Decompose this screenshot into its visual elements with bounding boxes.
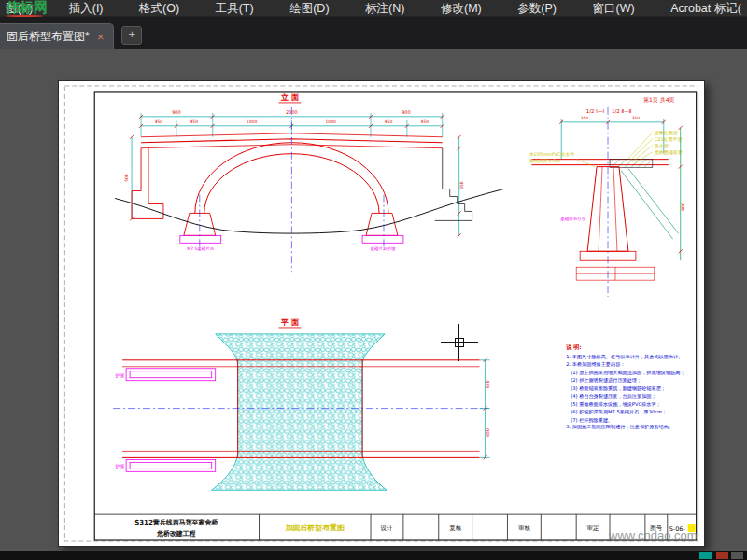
layer-label: 防水层 (655, 143, 669, 149)
pipe-leader (576, 160, 595, 167)
dim-text: 900 (402, 109, 410, 115)
notes-title: 说 明: (565, 343, 581, 351)
note-line: 2. 本桥加固维修主要内容： (566, 361, 625, 368)
dim-text: 450 (155, 119, 163, 124)
watermark-logo: 伟标网 (6, 1, 48, 17)
note-line: (5) 重做桥面排水设施，增设PVC排水管； (571, 401, 661, 408)
drain-pipe-spacing: 纵向间距4.0m (529, 158, 560, 164)
field-approve: 审定 (587, 525, 599, 532)
slope-label-top: 护坡 (115, 372, 124, 378)
tab-bridge-layout[interactable]: 固后桥型布置图* × (0, 23, 114, 49)
dim-text: 350 (581, 116, 589, 120)
slope-material-label: 浆砌片石护坡 (371, 246, 396, 252)
note-line: 1. 本图尺寸除标高、桩号以米计外，其余均以厘米计。 (566, 354, 683, 360)
dim-text: 900 (681, 203, 685, 211)
ground-line (115, 189, 503, 234)
tab-title: 固后桥型布置图* (7, 29, 90, 45)
menu-draw[interactable]: 绘图(D) (288, 0, 331, 17)
project-name-line2: 危桥改建工程 (156, 530, 196, 538)
title-block: S312营兵线西马莲至家舍桥 危桥改建工程 加固后桥型布置图 设计 复核 审核 … (94, 514, 696, 540)
section-dim-top (561, 119, 664, 160)
dim-text: 350 (632, 116, 641, 120)
dim-text: 650 (486, 428, 490, 437)
menu-acrobat[interactable]: Acrobat 标记( (669, 0, 743, 17)
menu-insert[interactable]: 插入(I) (67, 0, 106, 17)
slope-label-bottom: 护坡 (115, 463, 124, 469)
status-indicator-teal[interactable] (699, 552, 712, 559)
abutment-right-steps (435, 148, 472, 221)
bridge-piers (184, 213, 398, 235)
field-design: 设计 (381, 525, 393, 532)
note-line: 3. 加固施工期间应限制通行，注意保护原有结构。 (566, 425, 673, 431)
menu-parametric[interactable]: 参数(P) (515, 0, 558, 17)
dim-text: 450 (190, 119, 199, 124)
note-line: (1) 原主拱圈采用增大截面法加固，拱底增设钢筋网； (571, 370, 684, 376)
half-section-label-right: 1/2 Ⅱ—Ⅱ (612, 108, 632, 114)
note-line: (4) 桥台台身裂缝压浆，台后注浆加固； (571, 393, 655, 399)
dim-text: 650 (486, 380, 490, 388)
elevation-view: 立 面 (115, 93, 503, 272)
layer-label: 沥青砼面层 (655, 130, 678, 136)
note-line: (2) 拱上侧墙裂缝进行压浆处理； (571, 377, 641, 384)
menu-bar: 图(V) 插入(I) 格式(O) 工具(T) 绘图(D) 标注(N) 修改(M)… (0, 0, 747, 17)
note-line: (6) 护坡护岸采用M7.5浆砌片石，厚30cm； (571, 409, 667, 415)
note-line: (3) 桥面铺装凿除重筑，新建钢筋砼铺装层； (571, 385, 666, 392)
site-watermark: www.cndao.com (609, 528, 698, 542)
embankment-slope-lines (621, 169, 679, 240)
plan-view: 平 面 (113, 318, 489, 490)
drawing-sheet-svg: 第1页 共4页 立 面 (59, 81, 704, 546)
dim-text: 450 (421, 119, 430, 124)
half-section-label-left: 1/2 Ⅰ—Ⅰ (586, 108, 605, 114)
menu-dimension[interactable]: 标注(N) (363, 0, 406, 17)
page-info: 第1页 共4页 (643, 96, 674, 103)
menu-format[interactable]: 格式(O) (137, 0, 181, 17)
notes-block: 说 明: 1. 本图尺寸除标高、桩号以米计外，其余均以厘米计。 2. 本桥加固维… (565, 343, 684, 431)
drawing-name: 加固后桥型布置图 (284, 523, 345, 532)
plan-title: 平 面 (280, 318, 300, 327)
slope-protection-strips (126, 369, 216, 472)
status-indicator-gray[interactable] (731, 552, 743, 559)
dim-text: 650 (459, 181, 464, 189)
status-bar (0, 551, 747, 560)
cross-section-view: 1/2 Ⅰ—Ⅰ 1/2 Ⅱ—Ⅱ 350 350 (529, 107, 684, 297)
footing-table (576, 267, 655, 280)
menu-window[interactable]: 窗口(W) (591, 0, 637, 17)
sheet-frame (64, 86, 698, 541)
dim-text: 1000 (247, 119, 258, 124)
dim-text: 1000 (326, 119, 337, 124)
pier-material-label: M7.5浆砌片石 (187, 246, 214, 252)
layer-label: 原桥面铺装层 (655, 149, 683, 156)
drain-pipe-label: Φ100mmPVC排水管 (529, 151, 574, 158)
menu-tools[interactable]: 工具(T) (214, 0, 256, 17)
drawing-canvas[interactable]: 第1页 共4页 立 面 (0, 49, 747, 551)
status-indicator-red[interactable] (716, 552, 728, 559)
new-tab-button[interactable]: + (121, 26, 142, 45)
dim-text: 900 (172, 109, 180, 115)
project-name-line1: S312营兵线西马莲至家舍桥 (134, 518, 218, 526)
cad-application-window: 图(V) 插入(I) 格式(O) 工具(T) 绘图(D) 标注(N) 修改(M)… (0, 0, 747, 560)
paper-sheet: 第1页 共4页 立 面 (58, 80, 705, 547)
document-tab-bar: 固后桥型布置图* × + (0, 17, 747, 49)
menu-modify[interactable]: 修改(M) (439, 0, 484, 17)
note-line: (7) 栏杆拆除重建。 (571, 417, 613, 424)
dim-text: 450 (385, 119, 393, 124)
watermark-logo-text: 伟标网 (6, 0, 48, 15)
field-review: 审核 (518, 525, 530, 532)
watermark-logo-swoosh (6, 15, 43, 17)
layer-label: C25砼调平层 (655, 136, 683, 143)
field-check: 复核 (449, 525, 461, 532)
wall-material-label: 浆砌块石台身 (560, 217, 585, 222)
tab-close-icon[interactable]: × (97, 31, 105, 43)
dim-text: 500 (124, 174, 129, 182)
elevation-title: 立 面 (280, 93, 300, 102)
